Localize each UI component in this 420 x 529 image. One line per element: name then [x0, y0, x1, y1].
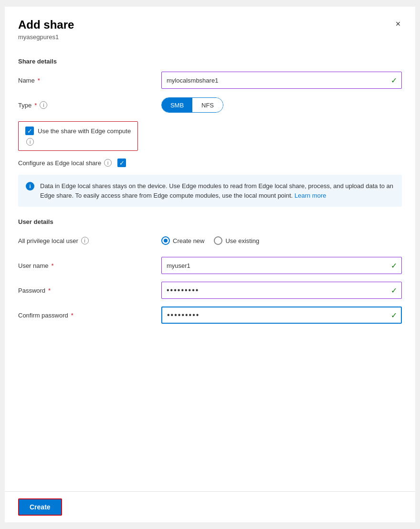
password-label: Password *: [18, 287, 161, 294]
password-check-icon: ✓: [391, 286, 397, 295]
confirm-password-input[interactable]: [161, 307, 402, 324]
close-button[interactable]: ×: [390, 16, 406, 32]
password-control: ✓: [161, 282, 402, 299]
edge-local-checkbox[interactable]: ✓: [117, 159, 126, 167]
privilege-info-icon[interactable]: i: [81, 237, 89, 244]
learn-more-link[interactable]: Learn more: [294, 192, 326, 199]
use-existing-label: Use existing: [225, 237, 259, 244]
edge-compute-checkmark: ✓: [27, 127, 32, 135]
edge-compute-checkbox-row: ✓ Use the share with Edge compute: [25, 127, 131, 135]
user-details-section-label: User details: [18, 218, 402, 225]
radio-group: Create new Use existing: [161, 236, 402, 245]
create-new-radio[interactable]: Create new: [161, 236, 204, 245]
dialog-body: Share details Name * ✓ Type * i SMB NF: [5, 48, 415, 491]
edge-compute-info-icon[interactable]: i: [26, 138, 34, 146]
add-share-dialog: Add share myasegpures1 × Share details N…: [5, 7, 415, 522]
create-new-radio-outer: [161, 236, 170, 245]
type-toggle-group: SMB NFS: [161, 97, 223, 113]
name-check-icon: ✓: [391, 76, 397, 85]
name-control: ✓: [161, 72, 402, 89]
name-label: Name *: [18, 77, 161, 84]
dialog-title: Add share: [18, 18, 402, 32]
name-row: Name * ✓: [18, 72, 402, 89]
username-input[interactable]: [161, 257, 402, 274]
name-required-star: *: [38, 77, 40, 84]
smb-toggle[interactable]: SMB: [162, 98, 192, 112]
edge-local-info-icon[interactable]: i: [104, 159, 112, 167]
create-new-radio-inner: [164, 239, 168, 243]
type-label: Type * i: [18, 101, 161, 109]
username-label: User name *: [18, 262, 161, 269]
type-info-icon[interactable]: i: [40, 101, 47, 109]
confirm-password-row: Confirm password * ✓: [18, 307, 402, 324]
use-existing-radio-outer: [214, 236, 222, 245]
privilege-label: All privilege local user i: [18, 237, 161, 244]
create-new-label: Create new: [173, 237, 204, 244]
edge-local-label: Configure as Edge local share i: [18, 159, 112, 167]
dialog-footer: Create: [5, 491, 415, 522]
username-required-star: *: [52, 262, 54, 269]
type-toggle-control: SMB NFS: [161, 97, 402, 113]
info-box-icon: i: [26, 182, 34, 190]
type-row: Type * i SMB NFS: [18, 96, 402, 114]
password-row: Password * ✓: [18, 282, 402, 299]
username-control: ✓: [161, 257, 402, 274]
privilege-radio-control: Create new Use existing: [161, 236, 402, 245]
create-button[interactable]: Create: [18, 498, 62, 516]
type-required-star: *: [34, 102, 37, 109]
edge-local-row: Configure as Edge local share i ✓: [18, 159, 402, 167]
edge-local-checkmark: ✓: [119, 159, 125, 167]
edge-compute-row: ✓ Use the share with Edge compute i: [18, 121, 402, 151]
privilege-row: All privilege local user i Create new Us…: [18, 232, 402, 249]
confirm-password-required-star: *: [71, 312, 74, 319]
info-box-text: Data in Edge local shares stays on the d…: [40, 181, 394, 200]
confirm-password-check-icon: ✓: [391, 311, 397, 320]
name-input[interactable]: [161, 72, 402, 89]
password-required-star: *: [48, 287, 51, 294]
share-details-section-label: Share details: [18, 58, 402, 65]
confirm-password-label: Confirm password *: [18, 312, 161, 319]
dialog-subtitle: myasegpures1: [18, 33, 402, 41]
info-box: i Data in Edge local shares stays on the…: [18, 175, 402, 207]
password-input[interactable]: [161, 282, 402, 299]
use-existing-radio[interactable]: Use existing: [214, 236, 259, 245]
dialog-header: Add share myasegpures1 ×: [5, 7, 415, 48]
username-check-icon: ✓: [391, 261, 397, 270]
nfs-toggle[interactable]: NFS: [192, 98, 223, 112]
confirm-password-control: ✓: [161, 307, 402, 324]
edge-compute-label: Use the share with Edge compute: [38, 127, 131, 135]
edge-compute-checkbox[interactable]: ✓: [25, 127, 34, 135]
username-row: User name * ✓: [18, 257, 402, 274]
